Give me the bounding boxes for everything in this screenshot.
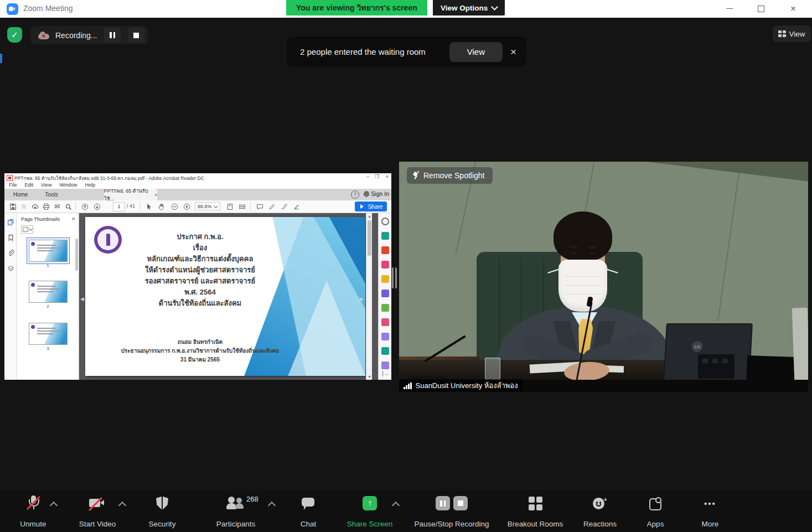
- email-icon[interactable]: ✉: [52, 202, 62, 211]
- stop-icon[interactable]: [453, 496, 468, 510]
- menu-window[interactable]: Window: [59, 182, 77, 189]
- security-button[interactable]: Security: [138, 495, 186, 528]
- close-button[interactable]: ×: [780, 0, 806, 17]
- spotlight-video: LG Remove Spotlight SuanDusit University…: [399, 162, 808, 392]
- view-options-button[interactable]: View Options: [433, 0, 505, 16]
- organize-pages-icon[interactable]: [381, 304, 389, 312]
- page-thumbnails-icon[interactable]: [6, 218, 15, 226]
- document-scrollbar[interactable]: ▲▼: [366, 213, 372, 380]
- view-layout-button[interactable]: View: [773, 25, 811, 42]
- tab-document[interactable]: PPTกพอ. 65 ด้านรับใช้... ×: [104, 189, 157, 200]
- meeting-info-shield-icon[interactable]: ✓: [7, 27, 22, 43]
- pane-divider[interactable]: [392, 267, 397, 288]
- next-page-icon[interactable]: [92, 202, 102, 211]
- app-title: Zoom Meeting: [23, 4, 73, 13]
- menu-help[interactable]: Help: [85, 182, 95, 189]
- find-icon[interactable]: [63, 202, 73, 211]
- stop-recording-button[interactable]: [128, 28, 144, 43]
- select-tool-icon[interactable]: [144, 202, 154, 211]
- attachments-icon[interactable]: [6, 249, 15, 257]
- fill-sign-tool-icon[interactable]: [279, 202, 289, 211]
- minimize-button[interactable]: [717, 0, 742, 17]
- thumbnails-scrollbar[interactable]: [75, 239, 78, 271]
- search-tool-icon[interactable]: [381, 218, 389, 225]
- apps-button[interactable]: Apps: [635, 495, 675, 528]
- thumbnail-page-1[interactable]: [29, 240, 68, 262]
- thumbnail-page-2[interactable]: [29, 281, 68, 303]
- fit-page-icon[interactable]: [225, 202, 235, 211]
- fit-width-icon[interactable]: [237, 202, 247, 211]
- protect-pdf-icon[interactable]: [381, 333, 389, 340]
- acrobat-close-button[interactable]: ×: [386, 174, 389, 179]
- waiting-room-notification: 2 people entered the waiting room View ×: [287, 37, 526, 67]
- previous-page-arrow[interactable]: ◀: [80, 296, 84, 302]
- maximize-button[interactable]: [748, 0, 774, 17]
- acrobat-restore-button[interactable]: ❐: [375, 174, 379, 179]
- pause-icon[interactable]: [436, 496, 450, 510]
- zoom-in-icon[interactable]: [182, 202, 192, 211]
- tab-home[interactable]: Home: [4, 189, 37, 200]
- more-button[interactable]: ••• More: [689, 495, 732, 528]
- sign-tool-icon[interactable]: [381, 361, 389, 369]
- notifications-bell-icon[interactable]: [364, 191, 369, 196]
- chat-button[interactable]: Chat: [287, 495, 330, 528]
- help-icon[interactable]: ?: [351, 190, 359, 199]
- stamp-tool-icon[interactable]: [291, 202, 301, 211]
- thumbnail-page-3[interactable]: [29, 323, 68, 345]
- reactions-button[interactable]: + Reactions: [576, 495, 624, 528]
- edit-pdf-icon[interactable]: [381, 261, 389, 268]
- tab-tools[interactable]: Tools: [37, 189, 66, 200]
- menu-view[interactable]: View: [41, 182, 51, 189]
- print-icon[interactable]: [41, 202, 51, 211]
- chat-label: Chat: [301, 520, 317, 528]
- start-video-label: Start Video: [79, 520, 116, 528]
- participant-hair: [554, 211, 612, 261]
- star-icon[interactable]: ☆: [19, 202, 29, 211]
- participants-icon: [226, 496, 245, 510]
- compress-pdf-icon[interactable]: [381, 347, 389, 355]
- participants-button[interactable]: 268 Participants: [208, 495, 263, 528]
- layers-icon[interactable]: [6, 264, 15, 273]
- breakout-rooms-button[interactable]: Breakout Rooms: [500, 495, 570, 528]
- bookmarks-icon[interactable]: [6, 233, 15, 242]
- share-screen-button[interactable]: ↑ Share Screen: [339, 495, 401, 528]
- comment-icon[interactable]: [381, 275, 389, 283]
- export-pdf-icon[interactable]: [381, 232, 389, 240]
- sign-in-link[interactable]: Sign In: [371, 190, 389, 197]
- create-pdf-icon[interactable]: [381, 246, 389, 254]
- remove-spotlight-button[interactable]: Remove Spotlight: [407, 167, 493, 184]
- start-video-button[interactable]: Start Video: [71, 495, 124, 528]
- unmute-button[interactable]: Unmute: [10, 495, 56, 528]
- acrobat-minimize-button[interactable]: –: [366, 174, 369, 179]
- tab-close-icon[interactable]: ×: [154, 192, 157, 198]
- zoom-level-select[interactable]: 66.6%: [195, 202, 220, 210]
- page-count-label: / 41: [127, 203, 135, 209]
- next-page-arrow[interactable]: ▶: [360, 296, 364, 302]
- participants-label: Participants: [216, 520, 256, 528]
- thumbnails-options-button[interactable]: [21, 225, 33, 234]
- acrobat-toolbar: ☆ ✉ 1 / 41: [4, 200, 391, 213]
- slide-title-block: ประกาศ ก.พ.อ. เรื่อง หลักเกณฑ์และวิธีการ…: [85, 231, 315, 309]
- notification-close-icon[interactable]: ×: [510, 46, 516, 58]
- page-number-input[interactable]: 1: [113, 202, 125, 211]
- pause-recording-button[interactable]: [104, 28, 121, 43]
- acrobat-window: PPTกพอ. 65 ด้านรับใช้ท้องถิ่น+สังคม edit…: [4, 173, 391, 380]
- zoom-out-icon[interactable]: [169, 202, 179, 211]
- thumbnails-close-icon[interactable]: ×: [72, 215, 75, 222]
- share-screen-icon: ↑: [363, 496, 377, 510]
- fill-sign-icon[interactable]: [381, 318, 389, 326]
- combine-files-icon[interactable]: [381, 290, 389, 297]
- comment-tool-icon[interactable]: [255, 202, 265, 211]
- share-button[interactable]: Share: [355, 202, 387, 211]
- cloud-upload-icon[interactable]: [30, 202, 40, 211]
- notification-view-button[interactable]: View: [449, 42, 503, 62]
- previous-page-icon[interactable]: [80, 202, 90, 211]
- save-icon[interactable]: [8, 202, 18, 211]
- participants-options-chevron[interactable]: [268, 502, 276, 509]
- menu-edit[interactable]: Edit: [25, 182, 34, 189]
- hand-tool-icon[interactable]: [156, 202, 166, 211]
- menu-file[interactable]: File: [9, 182, 17, 189]
- pause-stop-recording-button[interactable]: Pause/Stop Recording: [410, 495, 494, 528]
- expand-tools-icon[interactable]: |→: [382, 370, 389, 376]
- pencil-tool-icon[interactable]: [267, 202, 277, 211]
